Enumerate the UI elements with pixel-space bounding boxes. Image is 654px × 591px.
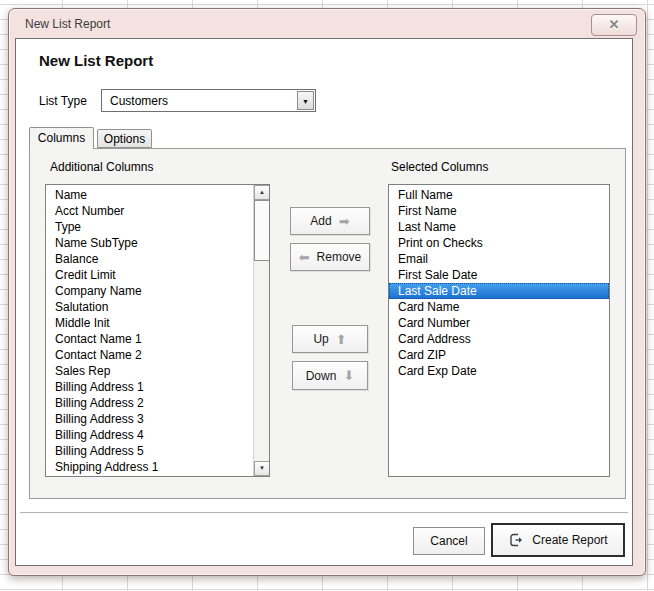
selected-columns-listbox[interactable]: Full NameFirst NameLast NamePrint on Che… <box>388 184 610 477</box>
scroll-up-button[interactable]: ▲ <box>254 185 270 200</box>
up-button-label: Up <box>313 332 328 346</box>
create-report-icon <box>508 532 524 548</box>
page-title: New List Report <box>39 52 153 69</box>
list-item[interactable]: Email <box>389 251 609 267</box>
add-button-label: Add <box>310 214 331 228</box>
list-item[interactable]: Print on Checks <box>389 235 609 251</box>
list-item[interactable]: Billing Address 2 <box>46 395 253 411</box>
list-item[interactable]: Card Name <box>389 299 609 315</box>
list-item[interactable]: Billing Address 1 <box>46 379 253 395</box>
footer-divider <box>20 512 628 513</box>
new-list-report-dialog: New List Report ✕ New List Report List T… <box>8 8 646 576</box>
remove-button-label: Remove <box>317 250 362 264</box>
down-button-label: Down <box>306 369 337 383</box>
up-button[interactable]: Up ⬆ <box>292 325 368 353</box>
list-item[interactable]: Acct Number <box>46 203 253 219</box>
add-button[interactable]: Add ➡ <box>290 207 370 235</box>
vertical-scrollbar[interactable]: ▲ ▼ <box>253 185 269 476</box>
chevron-down-icon[interactable]: ▼ <box>297 91 314 110</box>
selected-columns-list: Full NameFirst NameLast NamePrint on Che… <box>389 185 609 379</box>
arrow-down-icon: ⬇ <box>343 369 354 382</box>
list-item[interactable]: Billing Address 3 <box>46 411 253 427</box>
scrollbar-thumb[interactable] <box>254 200 270 261</box>
create-report-button[interactable]: Create Report <box>491 523 625 557</box>
remove-button[interactable]: ⬅ Remove <box>290 243 370 271</box>
list-item[interactable]: Name SubType <box>46 235 253 251</box>
tab-options-label: Options <box>104 132 145 146</box>
close-button[interactable]: ✕ <box>591 14 637 36</box>
window-title: New List Report <box>25 17 110 31</box>
scroll-up-icon: ▲ <box>259 189 265 195</box>
list-item[interactable]: Billing Address 4 <box>46 427 253 443</box>
selected-columns-label: Selected Columns <box>391 160 488 174</box>
list-item[interactable]: Contact Name 2 <box>46 347 253 363</box>
cancel-button[interactable]: Cancel <box>413 527 485 555</box>
list-item[interactable]: Credit Limit <box>46 267 253 283</box>
arrow-right-icon: ➡ <box>339 215 350 228</box>
list-item[interactable]: Salutation <box>46 299 253 315</box>
list-item[interactable]: Sales Rep <box>46 363 253 379</box>
list-item[interactable]: Balance <box>46 251 253 267</box>
scroll-down-button[interactable]: ▼ <box>254 461 270 476</box>
list-type-selected-value: Customers <box>110 94 168 108</box>
list-item[interactable]: Type <box>46 219 253 235</box>
arrow-left-icon: ⬅ <box>299 251 310 264</box>
list-item[interactable]: Middle Init <box>46 315 253 331</box>
additional-columns-label: Additional Columns <box>50 160 153 174</box>
list-item[interactable]: Card Address <box>389 331 609 347</box>
list-item[interactable]: Billing Address 5 <box>46 443 253 459</box>
list-item[interactable]: First Sale Date <box>389 267 609 283</box>
tab-columns[interactable]: Columns <box>29 127 94 149</box>
dialog-client-area: New List Report List Type Customers ▼ Op… <box>15 38 633 566</box>
excel-worksheet-background: New List Report ✕ New List Report List T… <box>0 0 654 591</box>
columns-tab-page: Additional Columns Selected Columns Name… <box>29 148 626 499</box>
list-item[interactable]: Contact Name 1 <box>46 331 253 347</box>
close-icon: ✕ <box>609 17 620 32</box>
tab-columns-label: Columns <box>38 131 85 145</box>
list-item[interactable]: Card Exp Date <box>389 363 609 379</box>
list-type-combobox[interactable]: Customers ▼ <box>101 89 316 112</box>
list-item[interactable]: Last Name <box>389 219 609 235</box>
arrow-up-icon: ⬆ <box>336 333 347 346</box>
list-item[interactable]: Shipping Address 1 <box>46 459 253 475</box>
list-item[interactable]: Card Number <box>389 315 609 331</box>
list-type-label: List Type <box>39 94 87 108</box>
list-item[interactable]: First Name <box>389 203 609 219</box>
scroll-down-icon: ▼ <box>259 465 265 471</box>
list-item[interactable]: Company Name <box>46 283 253 299</box>
list-item[interactable]: Name <box>46 187 253 203</box>
list-item[interactable]: Full Name <box>389 187 609 203</box>
list-item[interactable]: Card ZIP <box>389 347 609 363</box>
tab-options[interactable]: Options <box>97 129 152 148</box>
cancel-button-label: Cancel <box>430 534 467 548</box>
down-button[interactable]: Down ⬇ <box>292 361 368 390</box>
titlebar[interactable]: New List Report ✕ <box>9 9 645 38</box>
list-item[interactable]: Last Sale Date <box>389 283 609 299</box>
additional-columns-listbox[interactable]: NameAcct NumberTypeName SubTypeBalanceCr… <box>45 184 270 477</box>
create-report-button-label: Create Report <box>532 533 607 547</box>
additional-columns-list: NameAcct NumberTypeName SubTypeBalanceCr… <box>46 185 253 475</box>
